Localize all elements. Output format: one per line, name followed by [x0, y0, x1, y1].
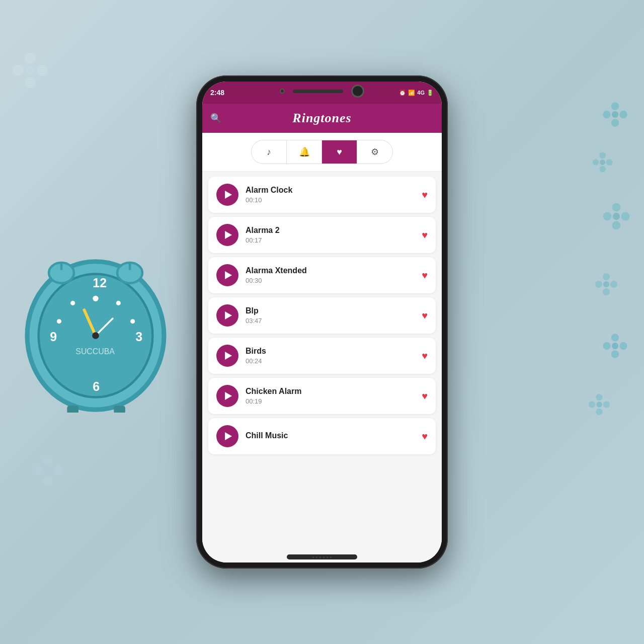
play-triangle: [225, 432, 232, 440]
play-button-alarm-clock[interactable]: [216, 184, 238, 206]
battery-icon: 🔋: [427, 90, 434, 96]
favorite-heart-birds[interactable]: ♥: [422, 350, 428, 362]
svg-point-1: [37, 65, 48, 76]
tab-bar: ♪ 🔔 ♥ ⚙: [202, 133, 442, 172]
svg-point-46: [603, 273, 610, 280]
flowers-right: [533, 101, 634, 453]
search-button[interactable]: 🔍: [210, 113, 221, 124]
phone-screen: 2:48 ⏰ 📶 4G 🔋 🔍 Ringtones ♪: [202, 82, 442, 562]
svg-point-32: [619, 111, 627, 118]
song-item-alarma2: Alarma 2 00:17 ♥: [208, 217, 436, 253]
song-name-chill-music: Chill Music: [246, 431, 415, 440]
svg-point-45: [613, 213, 620, 220]
speaker-dot: [319, 556, 321, 558]
song-info-chicken-alarm: Chicken Alarm 00:19: [246, 387, 415, 405]
heart-icon-tab: ♥: [337, 147, 342, 157]
speaker-dot: [312, 556, 314, 558]
clock-decoration: 12 9 3 6 SUCCUBA: [0, 151, 191, 503]
favorite-heart-blp[interactable]: ♥: [422, 310, 428, 321]
song-info-birds: Birds 00:24: [246, 347, 415, 365]
svg-point-53: [611, 350, 619, 358]
song-duration-chicken-alarm: 00:19: [246, 397, 415, 405]
song-name-alarm-clock: Alarm Clock: [246, 186, 415, 195]
svg-text:9: 9: [50, 330, 57, 344]
song-name-blp: Blp: [246, 306, 415, 315]
play-triangle: [225, 311, 232, 319]
tab-music[interactable]: ♪: [252, 140, 287, 164]
svg-point-23: [92, 332, 99, 339]
song-duration-blp: 03:47: [246, 317, 415, 325]
tab-heart[interactable]: ♥: [322, 140, 357, 164]
svg-point-48: [603, 288, 610, 295]
speaker-dot: [327, 556, 328, 558]
phone: 2:48 ⏰ 📶 4G 🔋 🔍 Ringtones ♪: [196, 75, 448, 569]
deco-flower-1: [10, 50, 50, 91]
song-item-chicken-alarm: Chicken Alarm 00:19 ♥: [208, 378, 436, 414]
svg-point-31: [611, 102, 619, 110]
svg-point-50: [603, 281, 609, 287]
svg-point-3: [13, 65, 24, 76]
app-title: Ringtones: [292, 111, 351, 126]
song-name-birds: Birds: [246, 347, 415, 356]
favorite-heart-alarma2[interactable]: ♥: [422, 229, 428, 241]
svg-point-38: [599, 166, 606, 173]
svg-point-55: [612, 343, 618, 349]
play-button-alarma-xtended[interactable]: [216, 264, 238, 286]
svg-point-40: [600, 159, 605, 165]
favorite-heart-alarma-xtended[interactable]: ♥: [422, 270, 428, 281]
network-label: 4G: [417, 90, 425, 96]
svg-point-47: [610, 281, 617, 288]
favorite-heart-alarm-clock[interactable]: ♥: [422, 189, 428, 201]
play-button-birds[interactable]: [216, 345, 238, 367]
alarm-icon: ⏰: [399, 90, 406, 96]
favorite-heart-chicken-alarm[interactable]: ♥: [422, 390, 428, 402]
tab-settings[interactable]: ⚙: [357, 140, 392, 164]
svg-point-0: [25, 53, 36, 64]
favorite-heart-chill-music[interactable]: ♥: [422, 431, 428, 442]
svg-point-49: [595, 281, 602, 288]
play-button-chicken-alarm[interactable]: [216, 385, 238, 407]
svg-text:3: 3: [135, 330, 142, 344]
song-item-blp: Blp 03:47 ♥: [208, 297, 436, 334]
svg-point-36: [599, 152, 606, 159]
svg-point-43: [612, 221, 621, 230]
status-icons: ⏰ 📶 4G 🔋: [399, 90, 434, 96]
song-item-alarm-clock: Alarm Clock 00:10 ♥: [208, 177, 436, 213]
svg-point-59: [589, 401, 595, 408]
clock-svg: 12 9 3 6 SUCCUBA: [10, 242, 181, 413]
svg-point-37: [606, 159, 613, 166]
svg-point-52: [619, 342, 627, 350]
play-button-chill-music[interactable]: [216, 425, 238, 447]
gear-icon: ⚙: [371, 146, 379, 157]
play-triangle: [225, 392, 232, 400]
svg-point-17: [116, 301, 121, 305]
play-button-blp[interactable]: [216, 304, 238, 327]
svg-point-51: [611, 334, 619, 341]
tab-pill: ♪ 🔔 ♥ ⚙: [251, 140, 393, 164]
svg-text:6: 6: [93, 379, 100, 393]
play-triangle: [225, 231, 232, 239]
svg-point-42: [621, 212, 630, 221]
svg-point-35: [612, 111, 618, 118]
svg-point-20: [57, 319, 61, 324]
svg-rect-29: [67, 406, 78, 413]
song-name-chicken-alarm: Chicken Alarm: [246, 387, 415, 396]
song-info-alarm-clock: Alarm Clock 00:10: [246, 186, 415, 204]
song-item-alarma-xtended: Alarma Xtended 00:30 ♥: [208, 257, 436, 293]
tab-bell[interactable]: 🔔: [287, 140, 322, 164]
play-triangle: [225, 191, 232, 199]
svg-point-16: [93, 296, 98, 301]
bell-icon: 🔔: [299, 146, 310, 157]
svg-point-19: [70, 301, 75, 305]
song-name-alarma-xtended: Alarma Xtended: [246, 266, 415, 275]
bottom-speaker: [287, 554, 357, 559]
svg-point-56: [596, 394, 602, 400]
song-list: Alarm Clock 00:10 ♥ Alarma 2 00:17 ♥: [202, 172, 442, 562]
status-time: 2:48: [210, 89, 224, 97]
play-button-alarma2[interactable]: [216, 224, 238, 246]
svg-point-39: [593, 159, 599, 166]
song-info-alarma-xtended: Alarma Xtended 00:30: [246, 266, 415, 284]
song-info-blp: Blp 03:47: [246, 306, 415, 325]
svg-point-34: [603, 111, 610, 118]
phone-outer: 2:48 ⏰ 📶 4G 🔋 🔍 Ringtones ♪: [196, 75, 448, 569]
